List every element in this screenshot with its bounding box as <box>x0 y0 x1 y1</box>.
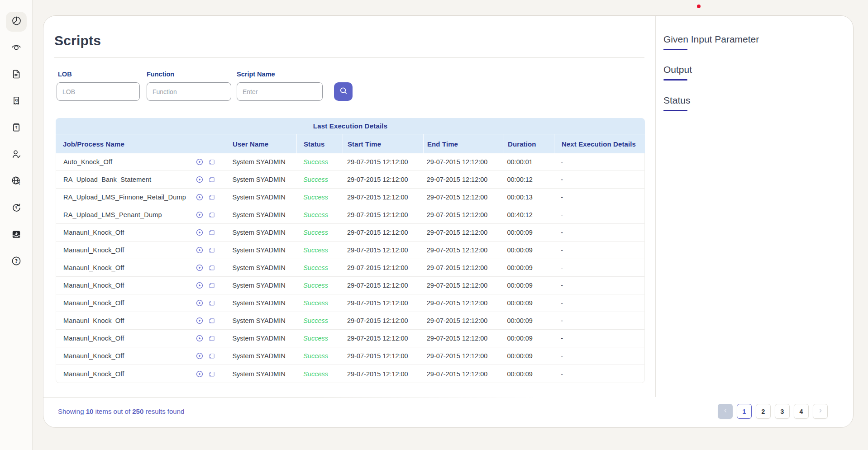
eye-icon <box>11 42 22 55</box>
table-body: Auto_Knock_Off System SYADMIN Success 29… <box>56 153 645 383</box>
sidebar-item-receipts[interactable]: ₹ <box>6 92 27 112</box>
table-row[interactable]: Manaunl_Knock_Off System SYADMIN Success… <box>56 259 644 277</box>
table-row[interactable]: Manaunl_Knock_Off System SYADMIN Success… <box>56 365 644 383</box>
table-row[interactable]: RA_Upload_LMS_Finnone_Retail_Dump System… <box>56 189 644 206</box>
play-icon[interactable] <box>196 317 204 325</box>
table-row[interactable]: Auto_Knock_Off System SYADMIN Success 29… <box>56 153 644 171</box>
play-icon[interactable] <box>196 158 204 166</box>
status-cell: Success <box>296 158 343 166</box>
table-row[interactable]: Manaunl_Knock_Off System SYADMIN Success… <box>56 224 644 242</box>
user-name-cell: System SYADMIN <box>226 335 296 342</box>
right-panel-divider <box>655 16 656 397</box>
table-row[interactable]: Manaunl_Knock_Off System SYADMIN Success… <box>56 294 644 312</box>
play-icon[interactable] <box>196 175 204 184</box>
end-time-cell: 29-07-2015 12:12:00 <box>423 282 504 289</box>
play-icon[interactable] <box>196 264 204 272</box>
sidebar-item-monitor[interactable] <box>6 38 27 58</box>
table-row[interactable]: Manaunl_Knock_Off System SYADMIN Success… <box>56 312 644 330</box>
svg-text:₹: ₹ <box>15 126 17 130</box>
section-given-input-parameter[interactable]: Given Input Parameter <box>663 34 759 50</box>
play-icon[interactable] <box>196 246 204 254</box>
section-status[interactable]: Status <box>663 95 691 111</box>
play-icon[interactable] <box>196 370 204 378</box>
page-button-1[interactable]: 1 <box>737 404 752 419</box>
sidebar: ₹ ₹ ₹ ₹ ? <box>0 0 33 450</box>
col-header-job-process-name: Job/Process Name <box>56 134 226 153</box>
user-name-cell: System SYADMIN <box>226 158 296 166</box>
sidebar-item-dashboard[interactable] <box>6 12 27 32</box>
end-time-cell: 29-07-2015 12:12:00 <box>423 229 504 236</box>
sidebar-item-ledger[interactable]: ₹ <box>6 118 27 138</box>
job-process-name: RA_Upload_LMS_Finnone_Retail_Dump <box>63 194 186 201</box>
table-row[interactable]: Manaunl_Knock_Off System SYADMIN Success… <box>56 330 644 347</box>
folder-icon[interactable] <box>208 264 216 272</box>
user-name-cell: System SYADMIN <box>226 352 296 360</box>
col-header-user-name: User Name <box>226 134 296 153</box>
user-name-cell: System SYADMIN <box>226 299 296 307</box>
play-icon[interactable] <box>196 352 204 360</box>
sidebar-item-imports[interactable] <box>6 225 27 245</box>
folder-icon[interactable] <box>208 299 216 307</box>
status-cell: Success <box>296 370 343 378</box>
status-cell: Success <box>296 335 343 342</box>
sidebar-item-help[interactable]: ? <box>6 252 27 272</box>
sidebar-item-recurring-payments[interactable]: ₹ <box>6 199 27 218</box>
status-cell: Success <box>296 246 343 254</box>
script-name-input[interactable] <box>237 82 323 101</box>
next-execution-cell: - <box>553 352 644 360</box>
sidebar-item-user-approvals[interactable] <box>6 145 27 165</box>
scripts-card: Scripts LOB Function Script Name Last Ex… <box>43 15 854 428</box>
folder-icon[interactable] <box>208 193 216 201</box>
folder-icon[interactable] <box>208 158 216 166</box>
page-button-2[interactable]: 2 <box>756 404 771 419</box>
page-button-4[interactable]: 4 <box>794 404 809 419</box>
sidebar-item-documents[interactable] <box>6 65 27 85</box>
duration-cell: 00:00:09 <box>503 352 553 360</box>
folder-icon[interactable] <box>208 317 216 325</box>
job-process-name: Manaunl_Knock_Off <box>63 335 124 342</box>
col-header-duration: Duration <box>504 134 554 153</box>
job-process-name: RA_Upload_Bank_Statement <box>63 176 151 183</box>
folder-icon[interactable] <box>208 246 216 254</box>
status-cell: Success <box>296 299 343 307</box>
section-output[interactable]: Output <box>663 64 692 81</box>
user-name-cell: System SYADMIN <box>226 211 296 218</box>
folder-icon[interactable] <box>208 228 216 237</box>
sidebar-item-global-currency[interactable]: ₹ <box>6 172 27 192</box>
folder-icon[interactable] <box>208 334 216 342</box>
script-name-label: Script Name <box>237 71 275 78</box>
lob-input[interactable] <box>57 82 140 101</box>
col-header-next-execution: Next Execution Details <box>554 134 645 153</box>
table-row[interactable]: RA_Upload_Bank_Statement System SYADMIN … <box>56 171 644 189</box>
table-row[interactable]: Manaunl_Knock_Off System SYADMIN Success… <box>56 347 644 365</box>
folder-icon[interactable] <box>208 211 216 219</box>
function-input[interactable] <box>147 82 231 101</box>
search-button[interactable] <box>334 82 353 101</box>
table-row[interactable]: Manaunl_Knock_Off System SYADMIN Success… <box>56 277 644 294</box>
prev-page-button[interactable] <box>718 404 733 419</box>
folder-icon[interactable] <box>208 281 216 289</box>
play-icon[interactable] <box>196 334 204 342</box>
page-title: Scripts <box>54 33 101 48</box>
start-time-cell: 29-07-2015 12:12:00 <box>343 246 423 254</box>
table-header-row: Job/Process Name User Name Status Start … <box>56 134 645 153</box>
table-row[interactable]: RA_Upload_LMS_Penant_Dump System SYADMIN… <box>56 206 644 224</box>
play-icon[interactable] <box>196 299 204 307</box>
folder-icon[interactable] <box>208 175 216 184</box>
table-row[interactable]: Manaunl_Knock_Off System SYADMIN Success… <box>56 242 644 259</box>
start-time-cell: 29-07-2015 12:12:00 <box>343 335 423 342</box>
next-page-button[interactable] <box>813 404 828 419</box>
play-icon[interactable] <box>196 211 204 219</box>
folder-icon[interactable] <box>208 370 216 378</box>
play-icon[interactable] <box>196 281 204 289</box>
user-name-cell: System SYADMIN <box>226 229 296 236</box>
end-time-cell: 29-07-2015 12:12:00 <box>423 211 504 218</box>
duration-cell: 00:00:12 <box>503 176 553 183</box>
play-icon[interactable] <box>196 193 204 201</box>
results-summary: Showing 10 items out of 250 results foun… <box>58 407 184 415</box>
page-button-3[interactable]: 3 <box>775 404 790 419</box>
user-name-cell: System SYADMIN <box>226 194 296 201</box>
play-icon[interactable] <box>196 228 204 237</box>
next-execution-cell: - <box>553 299 644 307</box>
folder-icon[interactable] <box>208 352 216 360</box>
